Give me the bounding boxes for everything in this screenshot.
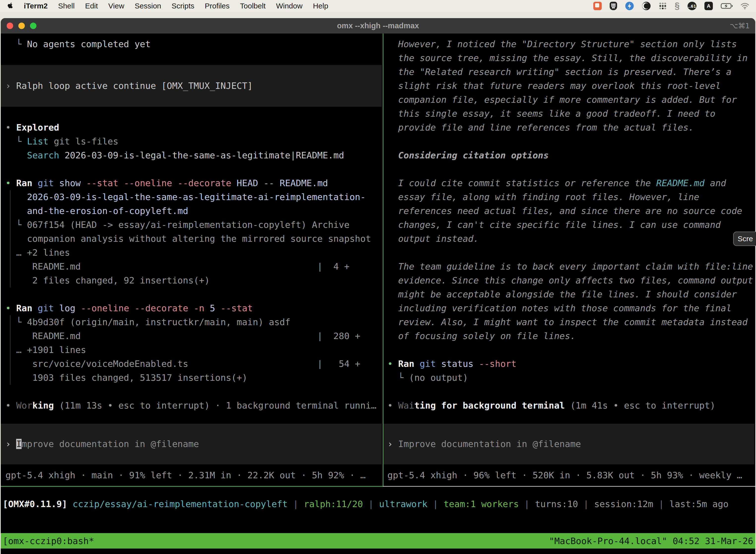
terminal-line: └ (no output) <box>383 371 755 385</box>
terminal-line: review. Also, I might want to inspect th… <box>383 315 755 329</box>
terminal-line: including verification notes with those … <box>383 301 755 315</box>
terminal-line: changes, I can't cite specific file line… <box>383 218 755 232</box>
terminal-line: Search 2026-03-09-is-legal-the-same-as-l… <box>1 149 383 162</box>
terminal-blank-line <box>383 246 755 260</box>
terminal-line: 2 files changed, 92 insertions(+) <box>1 274 383 287</box>
terminal-blank-line <box>383 134 755 149</box>
battery-icon[interactable] <box>721 3 733 9</box>
terminal-line: references need actual files, and since … <box>383 204 755 218</box>
terminal-line: companion file, especially if more comme… <box>383 93 755 107</box>
badge-61-icon[interactable]: ..61 <box>688 2 696 10</box>
terminal-line: companion analysis without altering the … <box>1 232 383 246</box>
right-pane: However, I noticed the "Directory Struct… <box>383 34 755 486</box>
menu-item-profiles[interactable]: Profiles <box>205 2 230 10</box>
terminal-line: • Explored <box>1 121 383 134</box>
screen-share-chip[interactable]: Scre <box>733 232 756 246</box>
screen: iTerm2 Shell Edit View Session Scripts P… <box>0 0 756 554</box>
terminal-line: provide file and line references from th… <box>383 121 755 134</box>
terminal-blank-line <box>1 107 383 121</box>
terminal-line: of focusing solely on file lines. <box>383 329 755 343</box>
menu-item-view[interactable]: View <box>108 2 124 10</box>
title-bar[interactable]: omx --xhigh --madmax ⌥⌘1 <box>1 18 755 34</box>
terminal-line: … +1901 lines <box>1 343 383 357</box>
prompt-input[interactable]: › Ralph loop active continue [OMX_TMUX_I… <box>1 65 382 107</box>
terminal-line: └ No agents completed yet <box>1 37 383 51</box>
menu-item-window[interactable]: Window <box>276 2 303 10</box>
menu-item-session[interactable]: Session <box>135 2 161 10</box>
window-title: omx --xhigh --madmax <box>1 21 755 30</box>
terminal-line: The team guideline is to back every impo… <box>383 260 755 274</box>
terminal-line: output instead. <box>383 232 755 246</box>
terminal-line: this single essay, it seems like a good … <box>383 107 755 121</box>
terminal-line: the "Related research writing" section i… <box>383 65 755 79</box>
menu-bar: iTerm2 Shell Edit View Session Scripts P… <box>0 0 756 12</box>
menu-item-iterm2[interactable]: iTerm2 <box>24 2 48 10</box>
terminal-line: 1903 files changed, 513517 insertions(+) <box>1 371 383 385</box>
bottom-strip <box>1 549 755 554</box>
terminal-line: the source tree, missing the essay. Stil… <box>383 51 755 65</box>
dots-grid-icon[interactable] <box>659 2 667 10</box>
moon-circle-icon[interactable] <box>642 1 651 10</box>
terminal-line: … +2 lines <box>1 246 383 260</box>
terminal-blank-line <box>383 385 755 399</box>
omx-status-area: [OMX#0.11.9] cczip/essay/ai-reimplementa… <box>1 487 755 533</box>
terminal-line: Considering citation options <box>383 149 755 162</box>
prompt-input[interactable]: › Improve documentation in @filename <box>383 424 754 464</box>
terminal-line: slight risk that future readers may over… <box>383 79 755 93</box>
terminal-blank-line <box>1 162 383 176</box>
terminal-line: README.md | 280 + <box>1 329 383 343</box>
terminal-line: README.md | 4 + <box>1 260 383 274</box>
menu-item-shell[interactable]: Shell <box>58 2 75 10</box>
terminal-line: • Ran git show --stat --oneline --decora… <box>1 176 383 190</box>
wifi-icon[interactable] <box>741 3 749 9</box>
window-shortcut: ⌥⌘1 <box>730 21 750 30</box>
tmux-host-clock: "MacBook-Pro-44.local" 04:52 31-Mar-26 <box>549 536 753 546</box>
tmux-session-label: [omx-cczip0:bash* <box>3 536 94 546</box>
pane-bottom-border <box>1 486 755 487</box>
terminal-line: • Ran git log --oneline --decorate -n 5 … <box>1 301 383 315</box>
terminal-line: 2026-03-09-is-legal-the-same-as-legitima… <box>1 190 383 204</box>
terminal-line: • Working (11m 13s • esc to interrupt) ·… <box>1 399 383 412</box>
terminal-blank-line <box>1 287 383 301</box>
shield-keypad-icon[interactable] <box>610 2 617 10</box>
terminal-line: └ 4b9d30f (origin/main, instructkr/main,… <box>1 315 383 329</box>
s-curve-icon[interactable]: § <box>675 1 680 10</box>
terminal-blank-line <box>1 385 383 399</box>
terminal-line: evidence. Since this change only affects… <box>383 274 755 287</box>
menu-item-scripts[interactable]: Scripts <box>172 2 194 10</box>
terminal-line: └ 067f154 (HEAD -> essay/ai-reimplementa… <box>1 218 383 232</box>
recording-indicator-icon[interactable] <box>593 2 602 10</box>
terminal-line: src/voice/voiceModeEnabled.ts | 54 + <box>1 357 383 371</box>
input-source-a-icon[interactable]: A <box>704 2 713 10</box>
terminal-line: • Waiting for background terminal (1m 41… <box>383 399 755 412</box>
terminal-line: might be acceptable alongside the file l… <box>383 287 755 301</box>
terminal-line: I could cite commit statistics or refere… <box>383 176 755 190</box>
iterm-window: omx --xhigh --madmax ⌥⌘1 └ No agents com… <box>1 18 755 554</box>
menu-item-help[interactable]: Help <box>313 2 328 10</box>
terminal-line: gpt-5.4 xhigh · main · 91% left · 2.31M … <box>1 468 383 482</box>
terminal-blank-line <box>383 162 755 176</box>
menu-item-toolbelt[interactable]: Toolbelt <box>240 2 266 10</box>
terminal-line: • Ran git status --short <box>383 357 755 371</box>
omx-status-line: [OMX#0.11.9] cczip/essay/ai-reimplementa… <box>1 487 755 511</box>
terminal-blank-line <box>1 51 383 65</box>
left-pane: └ No agents completed yet› Ralph loop ac… <box>1 34 383 486</box>
apple-menu-icon[interactable] <box>7 2 13 9</box>
terminal-line: └ List git ls-files <box>1 134 383 149</box>
terminal-line: However, I noticed the "Directory Struct… <box>383 37 755 51</box>
tmux-status-bar: [omx-cczip0:bash* "MacBook-Pro-44.local"… <box>1 533 755 549</box>
terminal-blank-line <box>383 343 755 357</box>
menu-item-edit[interactable]: Edit <box>85 2 98 10</box>
terminal-line: and-the-erosion-of-copyleft.md <box>1 204 383 218</box>
terminal-area: └ No agents completed yet› Ralph loop ac… <box>1 34 755 486</box>
terminal-line: essay file, along with finding root file… <box>383 190 755 204</box>
prompt-input[interactable]: › Improve documentation in @filename <box>1 424 382 464</box>
terminal-line: gpt-5.4 xhigh · 96% left · 520K in · 5.8… <box>383 468 755 482</box>
bolt-circle-icon[interactable] <box>625 1 634 10</box>
